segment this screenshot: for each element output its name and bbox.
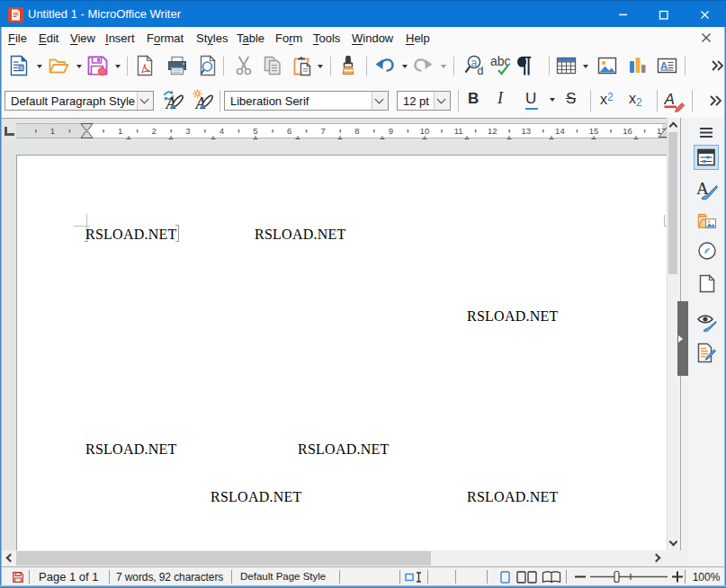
svg-text:4: 4 [220, 126, 224, 136]
svg-text:7: 7 [321, 126, 326, 136]
svg-text:1: 1 [50, 126, 55, 136]
svg-text:14: 14 [555, 126, 565, 136]
svg-text:9: 9 [389, 126, 393, 136]
svg-text:10: 10 [420, 126, 430, 136]
svg-text:8: 8 [354, 126, 359, 136]
svg-text:11: 11 [454, 126, 463, 136]
svg-text:d: d [478, 65, 484, 77]
svg-text:12: 12 [488, 126, 497, 136]
svg-text:15: 15 [589, 126, 599, 136]
svg-text:16: 16 [623, 126, 632, 136]
svg-text:3: 3 [185, 126, 190, 136]
svg-text:A: A [660, 60, 668, 71]
svg-text:A: A [664, 91, 675, 108]
svg-text:13: 13 [522, 126, 532, 136]
svg-text:1: 1 [118, 126, 122, 136]
svg-text:5: 5 [253, 126, 257, 136]
svg-text:6: 6 [287, 126, 291, 136]
svg-text:2: 2 [152, 126, 157, 136]
